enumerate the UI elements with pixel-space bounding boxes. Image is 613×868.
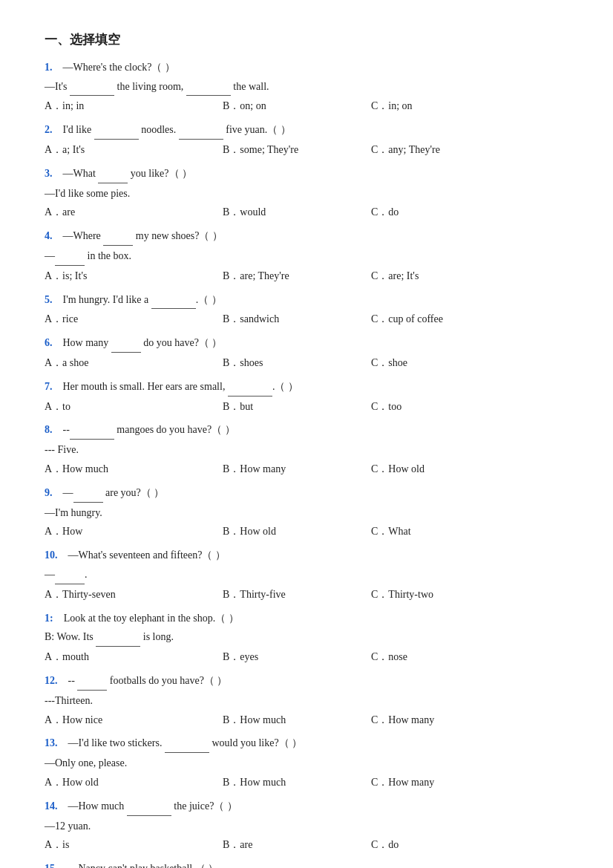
q1-num: 1. xyxy=(45,62,53,73)
q9-num: 9. xyxy=(45,487,53,498)
question-12: 12. -- footballs do you have?（ ） ---Thir… xyxy=(45,672,568,728)
q8-num: 8. xyxy=(45,424,53,435)
question-13: 13. —I'd like two stickers. would you li… xyxy=(45,734,568,791)
q2-num: 2. xyxy=(45,124,53,135)
question-1: 1. —Where's the clock?（ ） —It's the livi… xyxy=(45,59,568,115)
q6-num: 6. xyxy=(45,337,53,348)
question-4: 4. —Where my new shoes?（ ） — in the box.… xyxy=(45,227,568,284)
question-10: 10. —What's seventeen and fifteen?（ ） — … xyxy=(45,546,568,603)
question-7: 7. Her mouth is small. Her ears are smal… xyxy=(45,378,568,416)
question-8: 8. -- mangoes do you have?（ ） --- Five. … xyxy=(45,421,568,477)
question-15: 15. —Nancy can't play basketball.（ ） xyxy=(45,860,568,868)
question-14: 14. —How much the juice?（ ） —12 yuan. A．… xyxy=(45,797,568,854)
q12-num: 12. xyxy=(45,675,58,686)
q5-num: 5. xyxy=(45,294,53,305)
question-6: 6. How many do you have?（ ） A．a shoe B．s… xyxy=(45,334,568,372)
q4-num: 4. xyxy=(45,230,53,241)
question-9: 9. — are you?（ ） —I'm hungry. A．How B．Ho… xyxy=(45,484,568,541)
section-title: 一、选择填空 xyxy=(45,30,568,51)
q15-num: 15. xyxy=(45,863,58,868)
question-5: 5. I'm hungry. I'd like a .（ ） A．rice B．… xyxy=(45,291,568,329)
q10-num: 10. xyxy=(45,549,58,561)
question-2: 2. I'd like noodles. five yuan.（ ） A．a; … xyxy=(45,121,568,159)
q11-num: 1: xyxy=(45,613,53,624)
q3-num: 3. xyxy=(45,168,53,179)
question-3: 3. —What you like?（ ） —I'd like some pie… xyxy=(45,165,568,221)
question-11: 1: Look at the toy elephant in the shop.… xyxy=(45,610,568,666)
q7-num: 7. xyxy=(45,381,53,392)
q13-num: 13. xyxy=(45,737,58,748)
q14-num: 14. xyxy=(45,800,58,812)
